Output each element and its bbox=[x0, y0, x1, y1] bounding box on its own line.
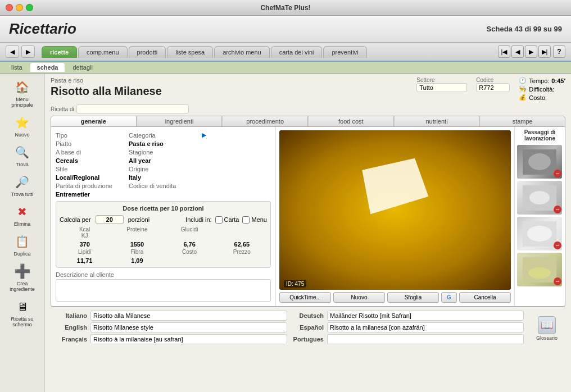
desc-box[interactable] bbox=[56, 279, 271, 302]
prezzo-val-cell bbox=[217, 257, 267, 264]
help-button[interactable]: ? bbox=[553, 45, 565, 58]
inner-tab-procedimento[interactable]: procedimento bbox=[223, 116, 308, 126]
thumbs-panel: Passaggi di lavorazione − − bbox=[514, 127, 565, 306]
minimize-button[interactable] bbox=[16, 4, 23, 11]
stile-label: Stile bbox=[56, 166, 129, 172]
sfoglia-button[interactable]: Sfoglia bbox=[387, 292, 439, 303]
first-record-button[interactable]: |◀ bbox=[498, 45, 510, 58]
next-record-button[interactable]: ▶ bbox=[525, 45, 537, 58]
kcal-value: 370 bbox=[60, 241, 110, 248]
tab-prodotti[interactable]: prodotti bbox=[129, 46, 166, 58]
italiano-input[interactable] bbox=[90, 311, 287, 321]
english-input[interactable] bbox=[90, 322, 287, 332]
codice-input[interactable] bbox=[476, 83, 510, 92]
google-search-button[interactable]: G bbox=[441, 292, 457, 303]
subtab-scheda[interactable]: scheda bbox=[30, 63, 65, 72]
sidebar: 🏠 Menu principale ⭐ Nuovo 🔍 Trova 🔎 Trov… bbox=[0, 74, 45, 392]
sidebar-item-elimina[interactable]: ✖ Elimina bbox=[3, 200, 42, 229]
inner-tab-nutrienti[interactable]: nutrienti bbox=[395, 116, 480, 126]
settore-input[interactable] bbox=[416, 83, 467, 92]
window-title: ChefMaTe Plus! bbox=[260, 4, 310, 12]
fibra-lbl: Fibra bbox=[112, 249, 162, 255]
menu-checkbox[interactable] bbox=[242, 216, 250, 224]
main-photo: ID: 475 bbox=[279, 130, 511, 290]
inner-tab-generale[interactable]: generale bbox=[51, 116, 137, 126]
difficolta-icon: 👨‍🍳 bbox=[519, 85, 527, 93]
tab-listespesa[interactable]: liste spesa bbox=[167, 46, 213, 58]
inner-tab-stampe[interactable]: stampe bbox=[480, 116, 565, 126]
porzioni-label: porzioni bbox=[128, 216, 150, 223]
subtab-dettagli[interactable]: dettagli bbox=[66, 63, 99, 72]
quicktime-button[interactable]: QuickTime... bbox=[279, 292, 331, 303]
portugues-input[interactable] bbox=[327, 334, 524, 344]
scheda-info: Scheda 43 di 99 su 99 bbox=[487, 25, 562, 33]
nutrient-row2: Lipidi Fibra Costo Prezzo bbox=[60, 249, 267, 255]
maximize-button[interactable] bbox=[26, 4, 33, 11]
espanol-label: Español bbox=[293, 324, 324, 331]
piatto-value: Pasta e riso bbox=[129, 140, 164, 147]
tab-ricette[interactable]: ricette bbox=[42, 46, 77, 58]
cereals-row: Cereals All year bbox=[56, 157, 271, 164]
categoria-arrow[interactable]: ▶ bbox=[202, 131, 206, 139]
tab-archivio[interactable]: archivio menu bbox=[214, 46, 269, 58]
nuovo-photo-button[interactable]: Nuovo bbox=[333, 292, 385, 303]
tab-cartavini[interactable]: carta dei vini bbox=[271, 46, 323, 58]
glucidi-value-cell: 62,65 bbox=[217, 241, 267, 248]
sidebar-item-ricetta-schermo[interactable]: 🖥 Ricetta su schermo bbox=[3, 295, 42, 330]
deutsch-input[interactable] bbox=[327, 311, 524, 321]
dose-title: Dose ricetta per 10 porzioni bbox=[60, 205, 267, 212]
inner-tab-ingredienti[interactable]: ingredienti bbox=[137, 116, 223, 126]
cancella-button[interactable]: Cancella bbox=[459, 292, 511, 303]
settore-label: Settore bbox=[416, 77, 467, 83]
ricettadi-input[interactable] bbox=[76, 104, 189, 113]
espanol-input[interactable] bbox=[327, 322, 524, 332]
tab-compmenu[interactable]: comp.menu bbox=[78, 46, 127, 58]
prev-record-button[interactable]: ◀ bbox=[511, 45, 524, 58]
sidebar-item-crea-ingrediente[interactable]: ➕ Crea ingrediente bbox=[3, 260, 42, 294]
stile-row: Stile Origine bbox=[56, 166, 271, 172]
photo-controls: QuickTime... Nuovo Sfoglia G Cancella bbox=[279, 292, 511, 303]
inner-tab-foodcost[interactable]: food cost bbox=[309, 116, 394, 126]
remove-thumb-2[interactable]: − bbox=[554, 206, 561, 213]
last-record-button[interactable]: ▶| bbox=[538, 45, 551, 58]
nutrient-values-grid: 370 1550 6,76 62,65 bbox=[60, 241, 267, 248]
kcal-value-cell: 370 bbox=[60, 241, 110, 248]
proteine-value: 6,76 bbox=[165, 241, 215, 248]
thumb-item-4: − bbox=[517, 253, 563, 286]
thumb-item-3: − bbox=[517, 217, 563, 250]
glossary-button[interactable]: 📖 Glossario bbox=[534, 314, 560, 343]
remove-thumb-3[interactable]: − bbox=[554, 241, 561, 249]
cereals-value: All year bbox=[129, 157, 151, 164]
recipe-title: Risotto alla Milanese bbox=[51, 85, 162, 98]
francais-input[interactable] bbox=[90, 334, 287, 344]
close-button[interactable] bbox=[6, 4, 13, 11]
glucidi-cell-header: Glucidi bbox=[165, 226, 215, 239]
glucidi-lbl: Glucidi bbox=[165, 226, 215, 233]
prezzo-lbl: Prezzo bbox=[217, 249, 267, 255]
glossary-area: 📖 Glossario bbox=[529, 311, 560, 346]
glucidi-value: 62,65 bbox=[217, 241, 267, 248]
remove-thumb-4[interactable]: − bbox=[554, 277, 561, 285]
proteine-value-cell: 6,76 bbox=[165, 241, 215, 248]
remove-thumb-1[interactable]: − bbox=[554, 170, 561, 177]
lipidi-header-cell: Lipidi bbox=[60, 249, 110, 255]
subtab-lista[interactable]: lista bbox=[4, 63, 29, 72]
porzioni-input[interactable] bbox=[96, 215, 124, 224]
sidebar-label-duplica: Duplica bbox=[13, 251, 30, 257]
sidebar-item-trova[interactable]: 🔍 Trova bbox=[3, 141, 42, 170]
glossary-icon: 📖 bbox=[538, 316, 556, 334]
window-controls[interactable] bbox=[6, 4, 33, 11]
sidebar-item-menu-principale[interactable]: 🏠 Menu principale bbox=[3, 76, 42, 110]
kj-value-cell: 1550 bbox=[112, 241, 162, 248]
tab-preventivi[interactable]: preventivi bbox=[323, 46, 366, 58]
app-title: Ricettario bbox=[9, 20, 76, 38]
sidebar-item-trova-tutti[interactable]: 🔎 Trova tutti bbox=[3, 171, 42, 199]
main-content: 🏠 Menu principale ⭐ Nuovo 🔍 Trova 🔎 Trov… bbox=[0, 74, 571, 392]
trans-italiano: Italiano bbox=[56, 311, 287, 321]
sidebar-item-nuovo[interactable]: ⭐ Nuovo bbox=[3, 111, 42, 140]
carta-checkbox[interactable] bbox=[215, 216, 223, 224]
back-button[interactable]: ◀ bbox=[6, 45, 19, 58]
sidebar-item-duplica[interactable]: 📋 Duplica bbox=[3, 230, 42, 259]
forward-button[interactable]: ▶ bbox=[21, 45, 35, 58]
carta-label: Carta bbox=[224, 216, 239, 223]
